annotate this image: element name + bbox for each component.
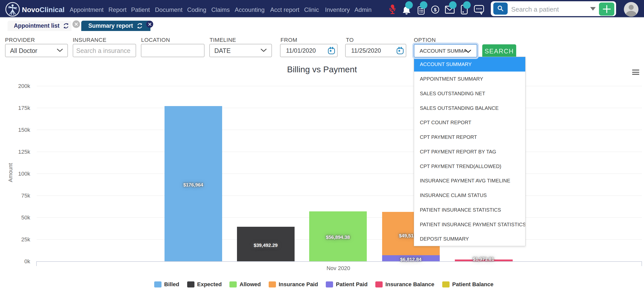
svg-text:$: $	[434, 7, 437, 12]
